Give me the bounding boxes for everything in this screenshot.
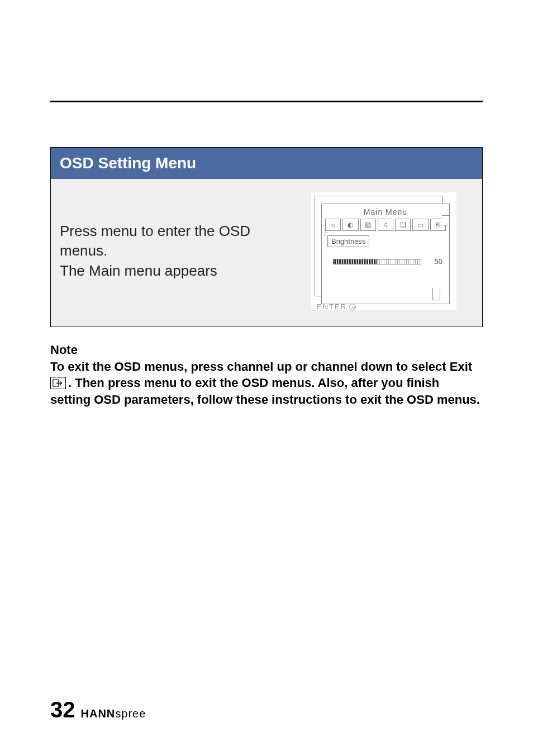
slider-value: 50 — [427, 257, 442, 266]
osd-panel: Main Menu ☼ ◐ ▧ ♫ ❏ ▭ ⎘ Brightness — [311, 192, 456, 310]
footer: 32 HANNspree — [50, 697, 146, 722]
slider-dots — [377, 259, 421, 264]
page-number: 32 — [50, 697, 75, 722]
enter-icon — [349, 304, 356, 310]
brand-bold: HANN — [81, 707, 116, 720]
card-title: OSD Setting Menu — [51, 148, 482, 179]
brightness-icon: ☼ — [325, 219, 341, 231]
slider-row: 50 — [333, 257, 442, 266]
osd-icon-row: ☼ ◐ ▧ ♫ ❏ ▭ ⎘ — [322, 219, 449, 231]
osd-figure: Main Menu ☼ ◐ ▧ ♫ ❏ ▭ ⎘ Brightness — [294, 192, 473, 310]
slider-fill — [334, 259, 377, 264]
osd-setting-card: OSD Setting Menu Press menu to enter the… — [50, 147, 483, 327]
param-label: Brightness — [327, 235, 369, 247]
note-line-1: To exit the OSD menus, press channel up … — [50, 358, 483, 375]
main-menu-title: Main Menu — [322, 204, 449, 219]
note-block: Note To exit the OSD menus, press channe… — [50, 342, 483, 408]
note-heading: Note — [50, 342, 483, 358]
exit-icon — [50, 377, 66, 389]
brand-light: spree — [115, 707, 146, 720]
contrast-icon: ◐ — [342, 219, 358, 231]
page-icon: ❏ — [395, 219, 411, 231]
instruction-text: Press menu to enter the OSD menus. The M… — [60, 221, 283, 280]
enter-text: ENTER — [317, 303, 347, 311]
note-line-2-text: . Then press menu to exit the OSD menus.… — [50, 376, 480, 407]
note-line-2: . Then press menu to exit the OSD menus.… — [50, 375, 483, 408]
picture-icon: ▧ — [360, 219, 376, 231]
page: OSD Setting Menu Press menu to enter the… — [0, 0, 533, 756]
brand: HANNspree — [81, 707, 146, 720]
enter-label: ENTER — [317, 303, 356, 311]
frame-notch-top — [442, 215, 450, 225]
osd-frame-front: Main Menu ☼ ◐ ▧ ♫ ❏ ▭ ⎘ Brightness — [321, 204, 450, 304]
tv-icon: ▭ — [412, 219, 428, 231]
instruction-line-1: Press menu to enter the OSD menus. — [60, 221, 283, 261]
slider-track — [333, 259, 421, 264]
instruction-line-2: The Main menu appears — [60, 261, 283, 281]
card-body: Press menu to enter the OSD menus. The M… — [51, 179, 482, 327]
top-rule — [50, 101, 483, 102]
audio-icon: ♫ — [378, 219, 393, 231]
frame-notch-bottom — [432, 288, 440, 300]
